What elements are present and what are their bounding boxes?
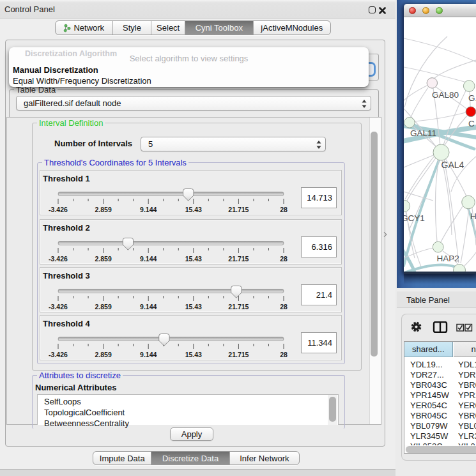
svg-text:-3.426: -3.426 [49, 206, 68, 213]
svg-text:-3.426: -3.426 [49, 255, 68, 263]
svg-text:28: 28 [280, 255, 288, 263]
svg-text:15.43: 15.43 [185, 255, 202, 263]
svg-text:-3.426: -3.426 [49, 303, 68, 311]
svg-text:2.859: 2.859 [95, 303, 111, 311]
svg-text:21.715: 21.715 [228, 303, 249, 311]
svg-text:GAL11: GAL11 [410, 128, 436, 138]
svg-text:21.715: 21.715 [228, 351, 249, 358]
svg-text:GAL4: GAL4 [441, 160, 464, 170]
svg-text:15.43: 15.43 [185, 206, 202, 213]
svg-text:GCY1: GCY1 [404, 213, 425, 223]
svg-text:C: C [468, 119, 475, 128]
svg-text:15.43: 15.43 [185, 351, 202, 358]
svg-text:9.144: 9.144 [140, 351, 157, 358]
svg-text:21.715: 21.715 [228, 255, 249, 263]
svg-text:-3.426: -3.426 [49, 351, 68, 358]
svg-text:2.859: 2.859 [95, 206, 111, 213]
svg-text:28: 28 [280, 206, 288, 213]
svg-text:28: 28 [280, 303, 288, 311]
svg-text:21.715: 21.715 [228, 206, 249, 213]
svg-text:9.144: 9.144 [140, 303, 157, 311]
svg-text:15.43: 15.43 [185, 303, 202, 311]
svg-text:9.144: 9.144 [140, 255, 157, 263]
svg-text:28: 28 [280, 351, 288, 358]
svg-text:2.859: 2.859 [95, 255, 111, 263]
svg-text:2.859: 2.859 [95, 351, 111, 358]
svg-text:HAP2: HAP2 [437, 254, 459, 263]
svg-text:9.144: 9.144 [140, 206, 157, 213]
svg-text:H: H [470, 211, 476, 221]
svg-text:GAL80: GAL80 [432, 90, 459, 100]
svg-text:G...: G... [468, 93, 476, 103]
